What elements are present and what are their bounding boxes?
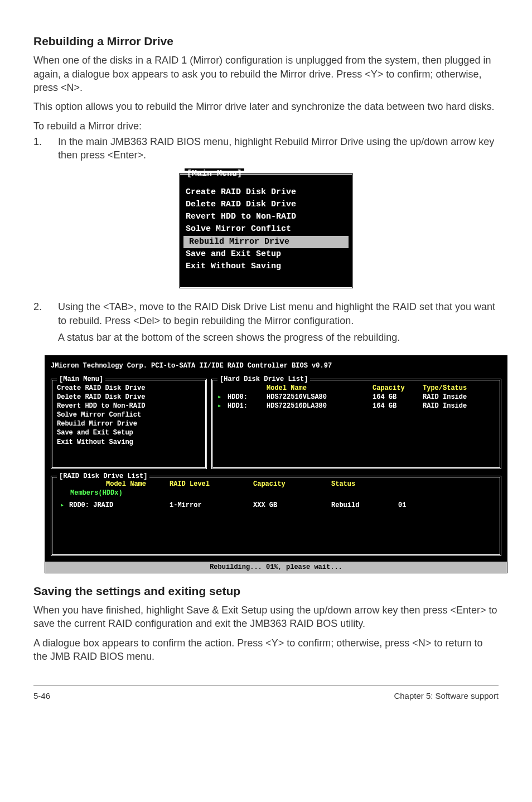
step-1-number: 1. bbox=[33, 135, 58, 166]
arrow-icon: ▸ bbox=[217, 402, 228, 410]
paragraph-intro-1: When one of the disks in a RAID 1 (Mirro… bbox=[33, 54, 499, 94]
spacer bbox=[217, 384, 228, 393]
heading-rebuilding: Rebuilding a Mirror Drive bbox=[33, 33, 499, 49]
raid-row-level: 1-Mirror bbox=[170, 501, 253, 510]
hdd1-capacity: 164 GB bbox=[373, 402, 423, 410]
step-2-text-2: A status bar at the bottom of the screen… bbox=[58, 331, 499, 344]
hdd0-status: RAID Inside bbox=[423, 393, 467, 402]
menu-item-exit-nosave: Exit Without Saving bbox=[180, 260, 352, 273]
step-2: 2. Using the <TAB>, move to the RAID Dis… bbox=[33, 300, 499, 347]
hdd0-model: HDS722516VLSA80 bbox=[267, 393, 373, 402]
menu-item-solve-conflict: Solve Mirror Conflict bbox=[180, 223, 352, 235]
panel-raid-title: [RAID Disk Drive List] bbox=[57, 472, 149, 481]
raid-row-extra: 01 bbox=[398, 501, 432, 510]
paragraph-intro-3: To rebuild a Mirror drive: bbox=[33, 119, 499, 133]
hdd-header-typestatus: Type/Status bbox=[423, 384, 467, 393]
main-item-3: Solve Mirror Conflict bbox=[57, 410, 201, 419]
raid-row-status: Rebuild bbox=[331, 501, 398, 510]
panel-raid-list: [RAID Disk Drive List] Model Name RAID L… bbox=[51, 476, 501, 556]
arrow-icon: ▸ bbox=[57, 501, 69, 510]
hdd0-capacity: 164 GB bbox=[373, 393, 423, 402]
raid-header-level: RAID Level bbox=[170, 480, 253, 489]
main-item-0: Create RAID Disk Drive bbox=[57, 384, 201, 393]
footer-chapter: Chapter 5: Software support bbox=[394, 690, 499, 702]
main-item-5: Save and Exit Setup bbox=[57, 428, 201, 437]
panel-main-menu: [Main Menu] Create RAID Disk Drive Delet… bbox=[51, 379, 207, 469]
hdd-header-col1 bbox=[228, 384, 267, 393]
hdd1-status: RAID Inside bbox=[423, 402, 467, 410]
menu-item-revert-hdd: Revert HDD to Non-RAID bbox=[180, 211, 352, 223]
main-item-4: Rebuild Mirror Drive bbox=[57, 419, 201, 428]
hdd1-model: HDS722516DLA380 bbox=[267, 402, 373, 410]
bios-large-screenshot: JMicron Technology Corp. PCI-to-SATA II/… bbox=[45, 355, 507, 573]
bios-small-title: [Main Menu] bbox=[185, 168, 244, 171]
raid-header-model: Model Name bbox=[66, 480, 170, 489]
step-2-number: 2. bbox=[33, 300, 58, 347]
hdd-header-capacity: Capacity bbox=[373, 384, 423, 393]
arrow-icon: ▸ bbox=[217, 393, 228, 402]
menu-item-rebuild-mirror: Rebuild Mirror Drive bbox=[183, 236, 349, 248]
menu-item-delete-raid: Delete RAID Disk Drive bbox=[180, 199, 352, 211]
main-item-1: Delete RAID Disk Drive bbox=[57, 393, 201, 402]
raid-members-label: Members(HDDx) bbox=[57, 489, 495, 497]
footer-page-number: 5-46 bbox=[33, 690, 50, 702]
raid-row-name: RDD0: JRAID bbox=[69, 501, 170, 510]
step-1: 1. In the main JMB363 RAID BIOS menu, hi… bbox=[33, 135, 499, 166]
panel-hdd-list: [Hard Disk Drive List] Model Name Capaci… bbox=[211, 379, 501, 469]
menu-item-create-raid: Create RAID Disk Drive bbox=[180, 186, 352, 199]
bios-top-line: JMicron Technology Corp. PCI-to-SATA II/… bbox=[51, 360, 501, 373]
step-1-text: In the main JMB363 RAID BIOS menu, highl… bbox=[58, 135, 499, 162]
bios-small-screenshot: [Main Menu] Create RAID Disk Drive Delet… bbox=[178, 173, 354, 289]
main-item-6: Exit Without Saving bbox=[57, 438, 201, 447]
heading-saving: Saving the settings and exiting setup bbox=[33, 583, 499, 599]
main-item-2: Revert HDD to Non-RAID bbox=[57, 402, 201, 410]
hdd0-label: HDD0: bbox=[228, 393, 267, 402]
panel-hdd-title: [Hard Disk Drive List] bbox=[217, 375, 310, 384]
paragraph-save-1: When you have finished, highlight Save &… bbox=[33, 603, 499, 631]
page-footer: 5-46 Chapter 5: Software support bbox=[33, 685, 499, 702]
raid-row-capacity: XXX GB bbox=[253, 501, 331, 510]
paragraph-intro-2: This option allows you to rebuild the Mi… bbox=[33, 100, 499, 113]
status-bar: Rebuilding... 01%, please wait... bbox=[45, 562, 507, 573]
panel-main-title: [Main Menu] bbox=[57, 375, 105, 384]
hdd1-label: HDD1: bbox=[228, 402, 267, 410]
raid-header-status: Status bbox=[331, 480, 387, 489]
raid-header-capacity: Capacity bbox=[253, 480, 331, 489]
menu-item-save-exit: Save and Exit Setup bbox=[180, 248, 352, 260]
hdd-header-model: Model Name bbox=[267, 384, 373, 393]
step-2-text-1: Using the <TAB>, move to the RAID Disk D… bbox=[58, 300, 499, 327]
paragraph-save-2: A dialogue box appears to confirm the ac… bbox=[33, 636, 499, 664]
